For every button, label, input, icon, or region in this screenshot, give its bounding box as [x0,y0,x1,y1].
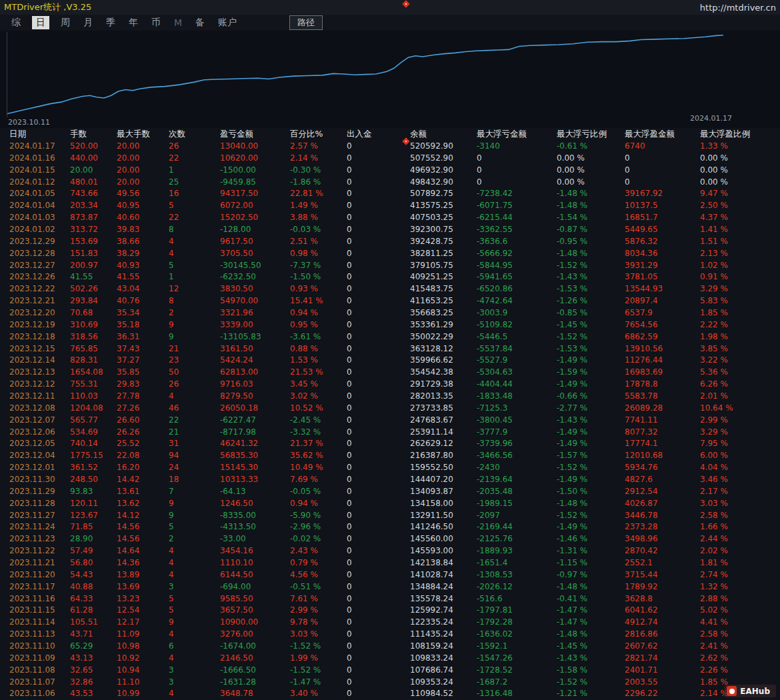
table-row[interactable]: 2023.12.041775.1522.089456835.3035.62 %0… [0,449,780,461]
table-row[interactable]: 2023.11.2471.8514.565-4313.50-2.96 %0141… [0,521,780,533]
cell: 2.74 % [700,570,769,579]
tab-account[interactable]: 账户 [216,16,239,29]
app-url-link[interactable]: http://mtdriver.cn [700,3,776,13]
table-row[interactable]: 2023.12.081204.0827.264626050.1810.52 %0… [0,402,780,414]
table-row[interactable]: 2023.12.11110.0327.7848279.503.02 %02820… [0,390,780,402]
tab-quarter[interactable]: 季 [104,16,117,29]
table-row[interactable]: 2023.12.07565.7726.6022-6227.47-2.45 %02… [0,414,780,426]
table-row[interactable]: 2023.12.22502.2643.04123830.500.93 %0415… [0,283,780,295]
cell: 2.22 % [700,320,769,329]
table-row[interactable]: 2024.01.05743.6649.561694317.5022.81 %05… [0,187,780,199]
table-row[interactable]: 2023.12.05740.1425.523146241.3221.37 %02… [0,437,780,449]
cell: 6144.50 [220,570,290,579]
table-row[interactable]: 2023.11.2993.8313.617-64.13-0.05 %013409… [0,485,780,497]
eahub-badge[interactable]: EAHub [724,685,776,697]
table-row[interactable]: 2023.12.15765.8537.43213161.500.88 %0363… [0,343,780,355]
cell: 7.95 % [700,439,769,448]
table-row[interactable]: 2024.01.02313.7239.838-128.00-0.03 %0392… [0,223,780,235]
table-row[interactable]: 2024.01.04203.3440.9556072.001.49 %04135… [0,199,780,211]
cell: 2.51 % [290,237,347,246]
tab-currency[interactable]: 币 [149,16,163,29]
table-row[interactable]: 2023.11.2054.4313.8946144.504.56 %014102… [0,569,780,581]
cell: 2024.01.05 [9,189,70,198]
cell: 10.49 % [290,463,347,472]
cell: 7654.56 [625,320,700,329]
cell: -3003.9 [477,308,557,317]
table-row[interactable]: 2023.12.28151.8338.2943705.500.98 %03828… [0,247,780,259]
cell: 2.41 % [700,641,769,651]
table-row[interactable]: 2023.11.2156.8014.3641110.100.79 %014213… [0,557,780,569]
table-row[interactable]: 2023.11.1561.2812.5453657.502.99 %012599… [0,605,780,617]
cell: 15202.50 [220,213,290,222]
tab-m[interactable]: M [172,17,184,29]
cell: -1.49 % [557,439,625,448]
tab-summary[interactable]: 综 [9,16,23,29]
path-button[interactable]: 路径 [289,15,323,30]
table-row[interactable]: 2023.12.21293.8440.76854970.0015.41 %041… [0,295,780,307]
tab-day[interactable]: 日 [32,16,49,29]
table-row[interactable]: 2023.12.14828.3137.27235424.241.53 %0359… [0,354,780,366]
table-row[interactable]: 2023.12.18318.5636.319-13105.83-3.61 %03… [0,331,780,343]
table-row[interactable]: 2023.12.2070.6835.3423321.960.94 %035668… [0,307,780,319]
cell: 0 [347,237,410,246]
cell: 43.53 [70,689,117,698]
table-row[interactable]: 2023.11.1065.2910.986-1674.00-1.52 %0108… [0,640,780,652]
table-row[interactable]: 2023.11.28120.1113.6291246.500.94 %01341… [0,497,780,509]
tab-note[interactable]: 备 [193,16,207,29]
cell: 3 [169,677,220,687]
table-row[interactable]: 2024.01.1520.0020.001-1500.00-0.30 %0496… [0,164,780,176]
cell: 110984.52 [410,689,477,698]
cell: 2.26 % [700,665,769,675]
cell: -1.48 % [557,499,625,508]
table-row[interactable]: 2023.12.27200.9740.935-30145.50-7.37 %03… [0,259,780,271]
cell: 1246.50 [220,499,290,508]
table-row[interactable]: 2023.11.1664.3313.2359585.507.61 %013557… [0,593,780,605]
table-row[interactable]: 2023.11.2328.9014.562-33.00-0.02 %014556… [0,533,780,545]
table-row[interactable]: 2024.01.03873.8740.602215202.503.88 %040… [0,211,780,223]
cell: 0 [347,355,410,365]
table-row[interactable]: 2024.01.12480.0120.0025-9459.85-1.86 %04… [0,176,780,188]
app-title: MTDriver统计 ,V3.25 [4,1,91,13]
cell: 2023.12.19 [9,320,70,329]
table-row[interactable]: 2024.01.17520.0020.002613040.002.57 %052… [0,140,780,152]
table-row[interactable]: 2023.11.0732.8611.103-1631.28-1.47 %0109… [0,676,780,688]
table-row[interactable]: 2023.11.1740.8813.693-694.00-0.51 %01348… [0,581,780,593]
cell: 144407.20 [410,475,477,484]
table-row[interactable]: 2023.11.0943.1310.9242146.501.99 %010983… [0,652,780,664]
cell: 10.52 % [290,403,347,413]
table-row[interactable]: 2024.01.16440.0020.002210620.002.14 %050… [0,152,780,164]
table-row[interactable]: 2023.12.12755.3129.83269716.033.45 %0291… [0,378,780,390]
table-row[interactable]: 2023.11.14105.5112.17910900.009.78 %0122… [0,616,780,628]
table-row[interactable]: 2023.12.19310.6935.1893339.000.95 %03533… [0,319,780,331]
table-row[interactable]: 2023.12.131654.0835.855062813.0021.53 %0… [0,366,780,378]
tab-month[interactable]: 月 [81,16,95,29]
table-row[interactable]: 2023.11.1343.7111.0943276.003.03 %011143… [0,628,780,640]
table-row[interactable]: 2023.11.2257.4914.6443454.162.43 %014559… [0,545,780,557]
cell: -9459.85 [220,177,290,187]
table-row[interactable]: 2023.11.0643.5310.9943648.783.40 %011098… [0,688,780,700]
table-row[interactable]: 2023.11.27123.6714.129-8335.00-5.90 %013… [0,509,780,521]
table-row[interactable]: 2023.12.01361.5216.202415145.3010.49 %01… [0,461,780,473]
cell: 2023.11.08 [9,665,70,675]
cell: -2026.12 [477,582,557,591]
cell: -6520.86 [477,284,557,293]
cell: 361.52 [70,463,117,472]
cell: 5424.24 [220,355,290,365]
cell: 20.00 [117,141,169,151]
cell: -1.26 % [557,296,625,305]
cell: 12010.68 [625,451,700,460]
cell: 9 [169,332,220,341]
table-row[interactable]: 2023.12.29153.6938.6649617.502.51 %03924… [0,235,780,247]
table-row[interactable]: 2023.12.2641.5541.551-6232.50-1.50 %0409… [0,271,780,283]
cell: 5.36 % [700,367,769,377]
cell: 3.85 % [700,344,769,353]
cell: 39167.92 [625,189,700,198]
table-row[interactable]: 2023.12.06534.6926.2621-8717.98-3.32 %02… [0,426,780,438]
cell: 0 [347,177,410,187]
cell: 4 [169,391,220,401]
tab-year[interactable]: 年 [127,16,140,29]
cell: 415483.75 [410,284,477,293]
tab-week[interactable]: 周 [59,16,72,29]
table-row[interactable]: 2023.11.30248.5014.421810313.337.69 %014… [0,473,780,485]
table-row[interactable]: 2023.11.0832.6510.943-1666.50-1.52 %0107… [0,664,780,676]
